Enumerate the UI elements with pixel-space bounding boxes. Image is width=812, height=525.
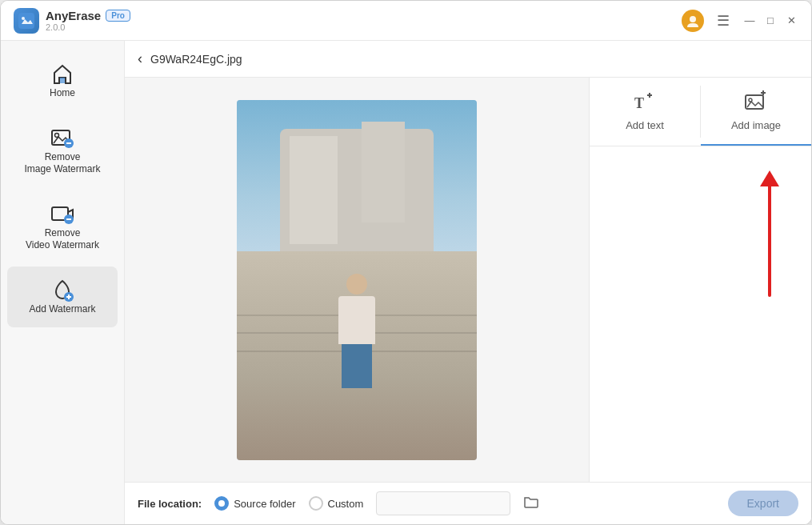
- photo-background: [237, 100, 477, 460]
- main-content: Home RemoveImage Watermark: [1, 41, 811, 524]
- close-button[interactable]: ✕: [784, 14, 798, 28]
- add-text-icon: T: [633, 90, 657, 114]
- back-button[interactable]: ‹: [138, 50, 142, 67]
- content-area: ‹ G9WaR24EgC.jpg: [125, 41, 811, 524]
- building-tower-left: [290, 136, 338, 244]
- person-legs: [342, 344, 372, 388]
- home-icon: [50, 62, 75, 87]
- source-folder-label: Source folder: [234, 498, 295, 510]
- folder-browse-icon[interactable]: [523, 495, 539, 513]
- arrow-head: [760, 170, 779, 186]
- custom-path-input[interactable]: [376, 491, 510, 515]
- svg-text:T: T: [634, 95, 644, 111]
- add-image-tab-label: Add image: [731, 119, 781, 131]
- window-controls: — □ ✕: [742, 14, 798, 28]
- right-panel: T Add text: [589, 78, 811, 482]
- title-bar-left: AnyErase Pro 2.0.0: [14, 8, 130, 34]
- title-bar-right: ☰ — □ ✕: [682, 10, 798, 32]
- user-avatar-icon[interactable]: [682, 10, 704, 32]
- app-name-text: AnyErase: [46, 9, 101, 22]
- minimize-button[interactable]: —: [742, 14, 757, 28]
- app-window: AnyErase Pro 2.0.0 ☰ — □ ✕: [0, 0, 812, 525]
- arrow-annotation: [760, 170, 779, 297]
- sidebar-remove-image-label: RemoveImage Watermark: [25, 151, 101, 176]
- menu-icon[interactable]: ☰: [714, 10, 733, 31]
- source-folder-option[interactable]: Source folder: [214, 496, 295, 511]
- export-button[interactable]: Export: [728, 491, 798, 516]
- sidebar-home-label: Home: [50, 87, 75, 100]
- person-head: [346, 274, 367, 295]
- file-location-label: File location:: [138, 498, 202, 510]
- sidebar-item-remove-video-watermark[interactable]: RemoveVideo Watermark: [7, 190, 118, 263]
- app-logo: [14, 8, 39, 34]
- remove-image-watermark-icon: [50, 126, 75, 151]
- sidebar-item-home[interactable]: Home: [7, 50, 118, 111]
- sidebar: Home RemoveImage Watermark: [1, 41, 125, 524]
- content-body: T Add text: [125, 78, 811, 482]
- tab-add-image[interactable]: Add image: [701, 78, 811, 146]
- sidebar-add-watermark-label: Add Watermark: [30, 303, 96, 316]
- title-bar: AnyErase Pro 2.0.0 ☰ — □ ✕: [1, 1, 811, 41]
- app-name-row: AnyErase Pro: [46, 9, 130, 22]
- tab-add-text[interactable]: T Add text: [590, 78, 700, 146]
- radio-inner-dot: [218, 500, 225, 507]
- person-figure: [338, 274, 375, 388]
- maximize-button[interactable]: □: [763, 14, 778, 28]
- bottom-bar: File location: Source folder Custom: [125, 482, 811, 524]
- content-header: ‹ G9WaR24EgC.jpg: [125, 41, 811, 78]
- source-folder-radio[interactable]: [214, 496, 229, 511]
- sidebar-item-remove-image-watermark[interactable]: RemoveImage Watermark: [7, 114, 118, 187]
- photo-container: [237, 100, 477, 460]
- radio-group: Source folder Custom: [214, 491, 539, 515]
- arrow-shaft: [768, 185, 771, 297]
- add-image-icon: [744, 90, 768, 114]
- add-watermark-icon: [50, 278, 75, 303]
- custom-option[interactable]: Custom: [309, 496, 364, 511]
- svg-rect-3: [60, 78, 65, 83]
- person-torso: [338, 296, 375, 344]
- image-area: [125, 78, 589, 482]
- app-name-group: AnyErase Pro 2.0.0: [46, 9, 130, 32]
- remove-video-watermark-icon: [50, 202, 75, 227]
- pro-badge: Pro: [106, 10, 130, 22]
- app-version: 2.0.0: [46, 22, 130, 32]
- svg-point-2: [690, 16, 696, 22]
- building-tower-right: [362, 122, 405, 222]
- panel-tabs: T Add text: [590, 78, 811, 146]
- svg-point-1: [22, 17, 25, 20]
- custom-label: Custom: [328, 498, 364, 510]
- add-text-tab-label: Add text: [626, 119, 664, 131]
- sidebar-remove-video-label: RemoveVideo Watermark: [26, 227, 99, 252]
- custom-radio[interactable]: [309, 496, 323, 511]
- file-name-label: G9WaR24EgC.jpg: [150, 53, 242, 66]
- sidebar-item-add-watermark[interactable]: Add Watermark: [7, 267, 118, 327]
- panel-content: [590, 146, 811, 482]
